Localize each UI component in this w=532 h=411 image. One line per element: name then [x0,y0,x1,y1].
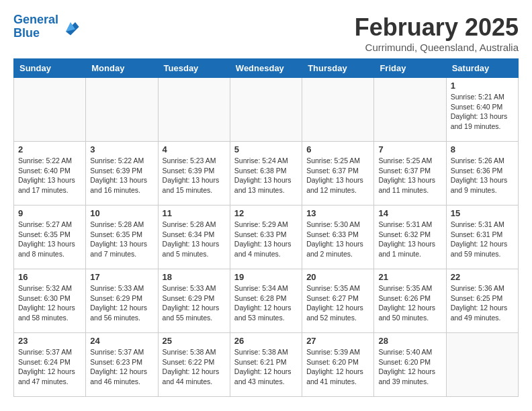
calendar-cell: 27Sunrise: 5:39 AM Sunset: 6:20 PM Dayli… [302,333,374,397]
calendar-cell: 28Sunrise: 5:40 AM Sunset: 6:20 PM Dayli… [374,333,446,397]
day-number: 27 [306,336,369,346]
day-info: Sunrise: 5:37 AM Sunset: 6:24 PM Dayligh… [18,347,81,387]
day-info: Sunrise: 5:33 AM Sunset: 6:29 PM Dayligh… [90,283,153,323]
day-number: 10 [90,208,153,218]
calendar-cell: 23Sunrise: 5:37 AM Sunset: 6:24 PM Dayli… [14,333,86,397]
day-number: 17 [90,272,153,282]
calendar-cell: 11Sunrise: 5:28 AM Sunset: 6:34 PM Dayli… [158,205,230,269]
day-number: 1 [451,81,514,91]
day-info: Sunrise: 5:30 AM Sunset: 6:33 PM Dayligh… [306,220,369,259]
calendar-cell: 9Sunrise: 5:27 AM Sunset: 6:35 PM Daylig… [14,205,86,269]
day-number: 11 [163,208,226,218]
day-info: Sunrise: 5:24 AM Sunset: 6:38 PM Dayligh… [234,156,298,195]
calendar: SundayMondayTuesdayWednesdayThursdayFrid… [13,58,519,397]
calendar-cell: 12Sunrise: 5:29 AM Sunset: 6:33 PM Dayli… [230,205,302,269]
week-row-2: 2Sunrise: 5:22 AM Sunset: 6:40 PM Daylig… [14,142,519,205]
calendar-cell: 2Sunrise: 5:22 AM Sunset: 6:40 PM Daylig… [14,142,86,205]
calendar-cell [158,78,230,142]
calendar-cell: 24Sunrise: 5:37 AM Sunset: 6:23 PM Dayli… [86,333,158,397]
calendar-cell: 25Sunrise: 5:38 AM Sunset: 6:22 PM Dayli… [158,333,230,397]
calendar-cell: 17Sunrise: 5:33 AM Sunset: 6:29 PM Dayli… [86,269,158,333]
weekday-header-saturday: Saturday [446,59,518,78]
weekday-header-tuesday: Tuesday [158,59,230,78]
calendar-cell: 18Sunrise: 5:33 AM Sunset: 6:29 PM Dayli… [158,269,230,333]
calendar-header: SundayMondayTuesdayWednesdayThursdayFrid… [14,59,519,78]
day-number: 14 [378,208,441,218]
day-info: Sunrise: 5:23 AM Sunset: 6:39 PM Dayligh… [163,156,226,195]
weekday-header-friday: Friday [374,59,446,78]
calendar-cell: 7Sunrise: 5:25 AM Sunset: 6:37 PM Daylig… [374,142,446,205]
day-number: 18 [163,272,226,282]
day-info: Sunrise: 5:22 AM Sunset: 6:40 PM Dayligh… [18,156,81,195]
calendar-cell [14,78,86,142]
day-number: 5 [234,144,298,154]
weekday-header-monday: Monday [86,59,158,78]
weekday-header-sunday: Sunday [14,59,86,78]
day-info: Sunrise: 5:37 AM Sunset: 6:23 PM Dayligh… [90,347,153,387]
weekday-row: SundayMondayTuesdayWednesdayThursdayFrid… [14,59,519,78]
day-info: Sunrise: 5:40 AM Sunset: 6:20 PM Dayligh… [378,347,441,387]
title-block: February 2025 Currimundi, Queensland, Au… [355,13,519,53]
calendar-cell: 26Sunrise: 5:38 AM Sunset: 6:21 PM Dayli… [230,333,302,397]
day-info: Sunrise: 5:25 AM Sunset: 6:37 PM Dayligh… [378,156,441,195]
day-number: 21 [378,272,441,282]
logo-general: General [13,13,58,26]
day-number: 23 [18,336,81,346]
day-info: Sunrise: 5:21 AM Sunset: 6:40 PM Dayligh… [451,92,514,132]
calendar-cell: 8Sunrise: 5:26 AM Sunset: 6:36 PM Daylig… [446,142,518,205]
day-info: Sunrise: 5:36 AM Sunset: 6:25 PM Dayligh… [451,283,514,323]
week-row-4: 16Sunrise: 5:32 AM Sunset: 6:30 PM Dayli… [14,269,519,333]
day-info: Sunrise: 5:31 AM Sunset: 6:31 PM Dayligh… [451,220,514,259]
weekday-header-thursday: Thursday [302,59,374,78]
calendar-body: 1Sunrise: 5:21 AM Sunset: 6:40 PM Daylig… [14,78,519,397]
calendar-cell: 13Sunrise: 5:30 AM Sunset: 6:33 PM Dayli… [302,205,374,269]
logo-icon [61,17,80,36]
calendar-cell [86,78,158,142]
calendar-cell: 20Sunrise: 5:35 AM Sunset: 6:27 PM Dayli… [302,269,374,333]
day-info: Sunrise: 5:38 AM Sunset: 6:22 PM Dayligh… [163,347,226,387]
day-number: 20 [306,272,369,282]
calendar-cell: 5Sunrise: 5:24 AM Sunset: 6:38 PM Daylig… [230,142,302,205]
calendar-cell: 1Sunrise: 5:21 AM Sunset: 6:40 PM Daylig… [446,78,518,142]
calendar-cell [446,333,518,397]
day-number: 2 [18,144,81,154]
day-number: 6 [306,144,369,154]
calendar-cell: 21Sunrise: 5:35 AM Sunset: 6:26 PM Dayli… [374,269,446,333]
day-info: Sunrise: 5:33 AM Sunset: 6:29 PM Dayligh… [163,283,226,323]
day-info: Sunrise: 5:28 AM Sunset: 6:34 PM Dayligh… [163,220,226,259]
calendar-cell [302,78,374,142]
day-number: 9 [18,208,81,218]
weekday-header-wednesday: Wednesday [230,59,302,78]
calendar-cell: 3Sunrise: 5:22 AM Sunset: 6:39 PM Daylig… [86,142,158,205]
calendar-cell: 14Sunrise: 5:31 AM Sunset: 6:32 PM Dayli… [374,205,446,269]
calendar-cell: 19Sunrise: 5:34 AM Sunset: 6:28 PM Dayli… [230,269,302,333]
day-info: Sunrise: 5:35 AM Sunset: 6:26 PM Dayligh… [378,283,441,323]
day-info: Sunrise: 5:32 AM Sunset: 6:30 PM Dayligh… [18,283,81,323]
calendar-cell: 6Sunrise: 5:25 AM Sunset: 6:37 PM Daylig… [302,142,374,205]
day-number: 15 [451,208,514,218]
day-info: Sunrise: 5:28 AM Sunset: 6:35 PM Dayligh… [90,220,153,259]
day-number: 19 [234,272,298,282]
day-info: Sunrise: 5:35 AM Sunset: 6:27 PM Dayligh… [306,283,369,323]
location: Currimundi, Queensland, Australia [355,42,519,53]
day-info: Sunrise: 5:34 AM Sunset: 6:28 PM Dayligh… [234,283,298,323]
calendar-cell [230,78,302,142]
week-row-5: 23Sunrise: 5:37 AM Sunset: 6:24 PM Dayli… [14,333,519,397]
calendar-cell [374,78,446,142]
day-number: 26 [234,336,298,346]
week-row-3: 9Sunrise: 5:27 AM Sunset: 6:35 PM Daylig… [14,205,519,269]
day-number: 7 [378,144,441,154]
page-header: General Blue February 2025 Currimundi, Q… [13,13,519,53]
day-info: Sunrise: 5:27 AM Sunset: 6:35 PM Dayligh… [18,220,81,259]
day-number: 4 [163,144,226,154]
week-row-1: 1Sunrise: 5:21 AM Sunset: 6:40 PM Daylig… [14,78,519,142]
day-info: Sunrise: 5:38 AM Sunset: 6:21 PM Dayligh… [234,347,298,387]
day-number: 24 [90,336,153,346]
day-info: Sunrise: 5:25 AM Sunset: 6:37 PM Dayligh… [306,156,369,195]
day-number: 25 [163,336,226,346]
calendar-cell: 16Sunrise: 5:32 AM Sunset: 6:30 PM Dayli… [14,269,86,333]
day-info: Sunrise: 5:29 AM Sunset: 6:33 PM Dayligh… [234,220,298,259]
day-info: Sunrise: 5:22 AM Sunset: 6:39 PM Dayligh… [90,156,153,195]
calendar-cell: 15Sunrise: 5:31 AM Sunset: 6:31 PM Dayli… [446,205,518,269]
day-number: 16 [18,272,81,282]
